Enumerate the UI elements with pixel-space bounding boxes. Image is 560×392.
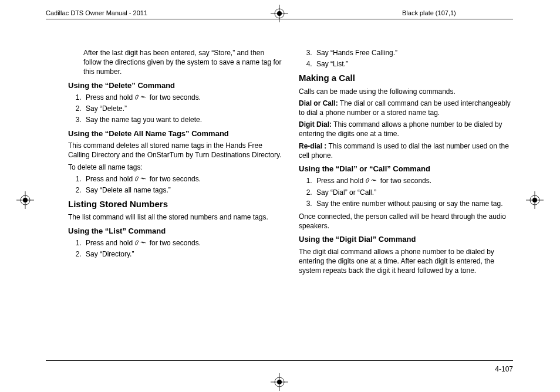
content-columns: After the last digit has been entered, s… [68,46,513,278]
digit-dial-desc: Digit Dial: This command allows a phone … [299,120,513,138]
digit-dial-label: Digit Dial: [299,120,332,129]
step-text-post: for two seconds. [150,93,201,102]
phone-voice-icon [365,177,378,185]
digit-dial-para: The digit dial command allows a phone nu… [299,247,513,276]
dial-or-call-desc: Dial or Call: The dial or call command c… [299,99,513,117]
phone-voice-icon [134,93,147,102]
heading-delete-command: Using the “Delete” Command [68,80,282,91]
list-item: Say “Delete.” [83,104,282,113]
delete-all-lead: To delete all name tags: [68,163,282,172]
delete-all-steps: Press and hold for two seconds. Say “Del… [68,174,282,195]
phone-voice-icon [134,239,147,247]
redial-label: Re-dial : [299,142,326,150]
redial-desc: Re-dial : This command is used to dial t… [299,141,513,160]
column-left: After the last digit has been entered, s… [68,46,282,278]
list-steps: Press and hold for two seconds. Say “Dir… [68,238,282,259]
list-item: Say “Hands Free Calling.” [314,48,513,58]
registration-mark-icon [271,373,288,391]
dial-after-para: Once connected, the person called will b… [299,212,513,231]
dial-or-call-label: Dial or Call: [299,99,338,107]
list-item: Say “Directory.” [83,249,282,259]
registration-mark-icon [526,191,544,209]
heading-list-command: Using the “List” Command [68,226,282,236]
list-item: Press and hold for two seconds. [83,93,282,102]
redial-text: This command is used to dial the last nu… [299,142,509,160]
column-right: Say “Hands Free Calling.” Say “List.” Ma… [299,46,513,278]
step-text-post: for two seconds. [150,175,201,183]
making-call-para: Calls can be made using the following co… [299,87,513,96]
header-left-text: Cadillac DTS Owner Manual - 2011 [46,9,147,16]
footer-rule [46,360,513,361]
step-text-pre: Press and hold [86,175,134,183]
list-item: Press and hold for two seconds. [83,174,282,184]
step-text-pre: Press and hold [86,93,134,102]
manual-page: Cadillac DTS Owner Manual - 2011 Black p… [0,0,560,392]
list-item: Say the entire number without pausing or… [314,199,513,208]
header-right-text: Black plate (107,1) [402,9,456,16]
intro-paragraph: After the last digit has been entered, s… [83,48,282,77]
step-text-post: for two seconds. [150,239,201,247]
registration-mark-icon [16,191,34,209]
list-item: Say “Delete all name tags.” [83,185,282,195]
page-number: 4-107 [495,365,513,373]
delete-all-paragraph: This command deletes all stored name tag… [68,141,282,160]
step-text-pre: Press and hold [316,177,365,185]
list-item: Say “List.” [314,59,513,69]
dial-steps: Press and hold for two seconds. Say “Dia… [299,176,513,208]
heading-making-call: Making a Call [299,72,513,84]
continued-steps: Say “Hands Free Calling.” Say “List.” [299,48,513,69]
list-item: Press and hold for two seconds. [83,238,282,248]
step-text-pre: Press and hold [86,239,134,247]
list-item: Say “Dial” or “Call.” [314,188,513,197]
list-item: Say the name tag you want to delete. [83,115,282,124]
heading-delete-all: Using the “Delete All Name Tags” Command [68,129,282,139]
listing-paragraph: The list command will list all the store… [68,212,282,222]
phone-voice-icon [134,175,147,183]
step-text-post: for two seconds. [380,177,431,185]
list-item: Press and hold for two seconds. [314,176,513,185]
heading-dial-call-command: Using the “Dial” or “Call” Command [299,164,513,174]
registration-mark-icon [271,5,288,22]
delete-steps: Press and hold for two seconds. Say “Del… [68,93,282,125]
heading-digit-dial-command: Using the “Digit Dial” Command [299,234,513,245]
heading-listing-stored: Listing Stored Numbers [68,198,282,210]
